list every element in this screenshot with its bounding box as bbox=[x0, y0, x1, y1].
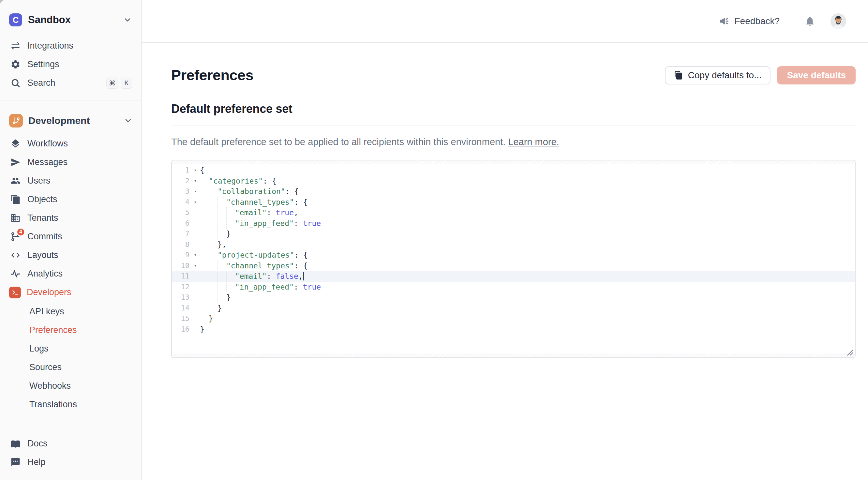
sidebar-item-messages[interactable]: Messages bbox=[0, 153, 141, 172]
objects-icon bbox=[9, 193, 22, 206]
copy-defaults-label: Copy defaults to... bbox=[688, 70, 762, 81]
sidebar-item-logs[interactable]: Logs bbox=[0, 339, 141, 358]
sidebar-item-label: Help bbox=[27, 457, 45, 467]
commits-count-badge: 4 bbox=[16, 228, 25, 236]
line-number: 9 bbox=[172, 250, 191, 261]
layouts-icon bbox=[9, 249, 22, 262]
copy-defaults-button[interactable]: Copy defaults to... bbox=[665, 66, 771, 85]
environment-switcher[interactable]: Development bbox=[0, 111, 141, 130]
sidebar-item-users[interactable]: Users bbox=[0, 172, 141, 190]
user-avatar[interactable] bbox=[831, 13, 846, 29]
fold-arrow-icon[interactable]: ▾ bbox=[191, 176, 200, 186]
code-line-13: 13} bbox=[172, 292, 855, 303]
code-content: "in_app_feed": true bbox=[200, 282, 321, 293]
page-title: Preferences bbox=[171, 67, 253, 84]
learn-more-link[interactable]: Learn more. bbox=[508, 137, 559, 147]
sidebar-spacer bbox=[0, 414, 141, 434]
page-actions: Copy defaults to... Save defaults bbox=[665, 66, 856, 85]
code-line-1: 1▾{ bbox=[172, 165, 855, 176]
fold-arrow-icon[interactable]: ▾ bbox=[191, 186, 200, 197]
code-content: }, bbox=[200, 239, 227, 250]
sidebar-item-integrations[interactable]: Integrations bbox=[0, 36, 141, 55]
sidebar-item-commits[interactable]: 4Commits bbox=[0, 227, 141, 246]
code-content: } bbox=[200, 229, 231, 239]
code-line-4: 4▾"channel_types": { bbox=[172, 197, 855, 208]
line-number: 2 bbox=[172, 176, 191, 186]
description-text: The default preference set to be applied… bbox=[171, 137, 505, 147]
code-line-2: 2▾"categories": { bbox=[172, 176, 855, 186]
code-content: "in_app_feed": true bbox=[200, 218, 321, 229]
line-number: 7 bbox=[172, 229, 191, 239]
megaphone-icon bbox=[719, 16, 730, 26]
sidebar-item-label: Webhooks bbox=[29, 381, 71, 391]
copy-icon bbox=[674, 71, 683, 80]
code-line-9: 9▾"project-updates": { bbox=[172, 250, 855, 261]
sidebar-item-settings[interactable]: Settings bbox=[0, 55, 141, 74]
help-icon bbox=[9, 456, 22, 469]
settings-icon bbox=[9, 58, 22, 71]
sidebar-item-search[interactable]: Search⌘K bbox=[0, 74, 141, 92]
code-content: "collaboration": { bbox=[200, 186, 299, 197]
line-number: 15 bbox=[172, 313, 191, 324]
sidebar-item-help[interactable]: Help bbox=[0, 453, 141, 472]
sidebar-item-webhooks[interactable]: Webhooks bbox=[0, 377, 141, 395]
code-content: } bbox=[200, 303, 222, 314]
code-line-14: 14} bbox=[172, 303, 855, 314]
code-line-16: 16} bbox=[172, 324, 855, 335]
fold-arrow-icon[interactable]: ▾ bbox=[191, 261, 200, 271]
environment-branch-icon bbox=[9, 114, 23, 127]
editor-top-filler bbox=[172, 160, 855, 164]
developers-subnav: API keysPreferencesLogsSourcesWebhooksTr… bbox=[0, 302, 141, 414]
sidebar-item-sources[interactable]: Sources bbox=[0, 358, 141, 377]
sidebar-item-analytics[interactable]: Analytics bbox=[0, 265, 141, 283]
save-defaults-button[interactable]: Save defaults bbox=[777, 66, 856, 85]
sidebar-item-label: Commits bbox=[27, 232, 62, 242]
sidebar-item-label: Workflows bbox=[27, 139, 68, 149]
fold-arrow-icon[interactable]: ▾ bbox=[191, 250, 200, 261]
sidebar: C Sandbox IntegrationsSettingsSearch⌘K D… bbox=[0, 0, 142, 480]
fold-arrow-icon[interactable]: ▾ bbox=[191, 197, 200, 208]
sidebar-item-preferences[interactable]: Preferences bbox=[0, 321, 141, 339]
code-content: } bbox=[200, 313, 213, 324]
feedback-label: Feedback? bbox=[734, 16, 780, 26]
sidebar-item-layouts[interactable]: Layouts bbox=[0, 246, 141, 265]
sidebar-item-docs[interactable]: Docs bbox=[0, 434, 141, 453]
sidebar-item-api-keys[interactable]: API keys bbox=[0, 302, 141, 321]
sidebar-item-label: Layouts bbox=[27, 250, 58, 260]
search-icon bbox=[9, 77, 22, 89]
sidebar-item-developers[interactable]: Developers bbox=[0, 283, 141, 302]
line-number: 8 bbox=[172, 239, 191, 250]
code-line-11: 11"email": false, bbox=[172, 271, 855, 282]
feedback-button[interactable]: Feedback? bbox=[719, 16, 780, 26]
line-number: 11 bbox=[172, 271, 191, 282]
sidebar-item-workflows[interactable]: Workflows bbox=[0, 134, 141, 153]
keycap: K bbox=[121, 78, 132, 89]
top-bar: Feedback? bbox=[142, 0, 868, 43]
sidebar-item-label: Tenants bbox=[27, 213, 58, 223]
sidebar-item-label: Objects bbox=[27, 194, 57, 205]
notifications-bell-icon[interactable] bbox=[804, 16, 815, 27]
environment-name: Development bbox=[28, 115, 118, 126]
code-content: { bbox=[200, 165, 205, 176]
sidebar-item-label: Settings bbox=[27, 59, 59, 69]
sidebar-item-label: Messages bbox=[27, 157, 67, 167]
resize-handle-icon[interactable] bbox=[845, 347, 854, 356]
fold-arrow-icon[interactable]: ▾ bbox=[191, 165, 200, 176]
sidebar-item-label: Search bbox=[27, 78, 56, 88]
json-editor[interactable]: 1▾{2▾"categories": {3▾"collaboration": {… bbox=[171, 160, 856, 358]
sidebar-item-objects[interactable]: Objects bbox=[0, 190, 141, 209]
code-line-3: 3▾"collaboration": { bbox=[172, 186, 855, 197]
keyboard-shortcut: ⌘K bbox=[106, 78, 132, 89]
sidebar-item-translations[interactable]: Translations bbox=[0, 395, 141, 414]
messages-icon bbox=[9, 156, 22, 169]
line-number: 1 bbox=[172, 165, 191, 176]
code-line-5: 5"email": true, bbox=[172, 207, 855, 218]
line-number: 12 bbox=[172, 282, 191, 293]
workspace-switcher[interactable]: C Sandbox bbox=[0, 12, 141, 28]
sidebar-item-label: Users bbox=[27, 176, 51, 186]
sidebar-item-tenants[interactable]: Tenants bbox=[0, 209, 141, 227]
users-icon bbox=[9, 175, 22, 187]
tenants-icon bbox=[9, 212, 22, 224]
code-lines: 1▾{2▾"categories": {3▾"collaboration": {… bbox=[172, 164, 855, 335]
keycap: ⌘ bbox=[106, 78, 118, 89]
